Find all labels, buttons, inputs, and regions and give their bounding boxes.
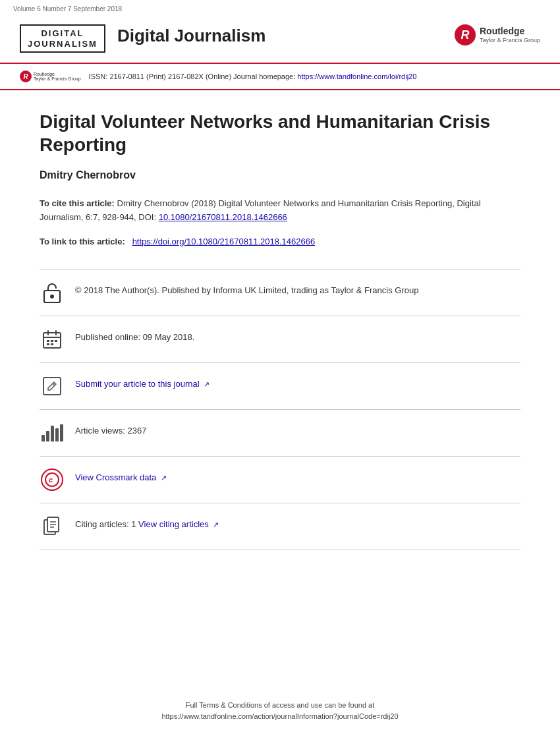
issn-info: ISSN: 2167-0811 (Print) 2167-082X (Onlin… bbox=[89, 72, 417, 80]
bar4 bbox=[55, 428, 59, 441]
cite-doi-link[interactable]: 10.1080/21670811.2018.1462666 bbox=[159, 212, 287, 222]
journal-title: Digital Journalism bbox=[117, 24, 266, 46]
crossmark-icon: c bbox=[41, 468, 63, 491]
top-meta: Volume 6 Number 7 September 2018 bbox=[0, 0, 560, 18]
cite-label: To cite this article: bbox=[40, 198, 115, 208]
routledge-name: Routledge bbox=[480, 26, 540, 37]
crossmark-link[interactable]: View Crossmark data bbox=[75, 472, 156, 482]
volume-issue-label: Volume 6 Number 7 September 2018 bbox=[13, 5, 122, 13]
issn-text-small: Routledge Taylor & Francis Group bbox=[34, 72, 81, 82]
bar1 bbox=[42, 435, 45, 441]
svg-rect-7 bbox=[51, 340, 53, 342]
issn-bar: R Routledge Taylor & Francis Group ISSN:… bbox=[0, 63, 560, 90]
open-access-text: © 2018 The Author(s). Published by Infor… bbox=[75, 280, 418, 297]
crossmark-external-icon: ↗ bbox=[161, 474, 167, 482]
published-label: Published online: 09 May 2018. bbox=[75, 332, 194, 342]
routledge-sub: Taylor & Francis Group bbox=[480, 37, 540, 44]
routledge-text: Routledge Taylor & Francis Group bbox=[480, 26, 540, 44]
pencil-icon bbox=[40, 374, 65, 399]
info-section: © 2018 The Author(s). Published by Infor… bbox=[40, 269, 520, 550]
article-author: Dmitry Chernobrov bbox=[40, 169, 520, 181]
open-access-label: © 2018 The Author(s). Published by Infor… bbox=[75, 285, 418, 295]
crossmark-icon-container: c bbox=[40, 467, 65, 492]
svg-rect-9 bbox=[47, 343, 49, 345]
header-area: DIGITAL JOURNALISM Digital Journalism R … bbox=[0, 18, 560, 59]
link-block: To link to this article: https://doi.org… bbox=[40, 235, 520, 249]
svg-point-1 bbox=[50, 295, 54, 298]
barchart-icon bbox=[40, 420, 65, 445]
bar-chart-icon bbox=[42, 424, 63, 441]
views-label: Article views: 2367 bbox=[75, 426, 146, 436]
views-row: Article views: 2367 bbox=[40, 410, 520, 457]
published-text: Published online: 09 May 2018. bbox=[75, 327, 194, 344]
logo-journalism: JOURNALISM bbox=[28, 39, 98, 49]
header-left: DIGITAL JOURNALISM Digital Journalism bbox=[20, 24, 266, 53]
svg-rect-8 bbox=[55, 340, 57, 342]
lock-icon bbox=[40, 280, 65, 305]
open-access-row: © 2018 The Author(s). Published by Infor… bbox=[40, 269, 520, 316]
bar5 bbox=[60, 424, 63, 441]
view-citing-link[interactable]: View citing articles bbox=[138, 519, 209, 529]
footer: Full Terms & Conditions of access and us… bbox=[0, 700, 560, 723]
bar2 bbox=[46, 431, 49, 441]
main-content: Digital Volunteer Networks and Humanitar… bbox=[0, 90, 560, 569]
citing-icon bbox=[40, 514, 65, 539]
journal-logo: DIGITAL JOURNALISM bbox=[20, 24, 105, 53]
routledge-logo: R Routledge Taylor & Francis Group bbox=[455, 24, 540, 45]
issn-r-icon: R bbox=[20, 71, 32, 82]
views-text: Article views: 2367 bbox=[75, 420, 146, 438]
page: Volume 6 Number 7 September 2018 DIGITAL… bbox=[0, 0, 560, 736]
svg-rect-6 bbox=[47, 340, 49, 342]
link-label: To link to this article: bbox=[40, 237, 125, 246]
citing-text[interactable]: Citing articles: 1 View citing articles … bbox=[75, 514, 219, 531]
crossmark-row: c View Crossmark data ↗ bbox=[40, 457, 520, 503]
citing-external-icon: ↗ bbox=[213, 521, 219, 528]
citing-row: Citing articles: 1 View citing articles … bbox=[40, 503, 520, 550]
bar3 bbox=[51, 426, 54, 441]
pencil-box-icon bbox=[43, 377, 61, 395]
calendar-icon bbox=[40, 327, 65, 352]
citation-block: To cite this article: Dmitry Chernobrov … bbox=[40, 197, 520, 225]
svg-line-11 bbox=[53, 383, 55, 385]
published-row: Published online: 09 May 2018. bbox=[40, 316, 520, 363]
issn-link[interactable]: https://www.tandfonline.com/loi/rdij20 bbox=[297, 72, 416, 80]
footer-line1: Full Terms & Conditions of access and us… bbox=[0, 700, 560, 712]
svg-text:c: c bbox=[49, 476, 53, 484]
submit-row: Submit your article to this journal ↗ bbox=[40, 363, 520, 410]
logo-digital: DIGITAL bbox=[41, 28, 84, 39]
submit-text[interactable]: Submit your article to this journal ↗ bbox=[75, 374, 210, 391]
external-link-icon: ↗ bbox=[204, 380, 210, 388]
svg-rect-10 bbox=[51, 343, 53, 345]
article-title: Digital Volunteer Networks and Humanitar… bbox=[40, 110, 520, 156]
routledge-r-icon: R bbox=[455, 24, 476, 45]
footer-line2: https://www.tandfonline.com/action/journ… bbox=[0, 711, 560, 723]
crossmark-text[interactable]: View Crossmark data ↗ bbox=[75, 467, 167, 484]
article-link[interactable]: https://doi.org/10.1080/21670811.2018.14… bbox=[132, 237, 316, 246]
issn-logo-small: R Routledge Taylor & Francis Group bbox=[20, 71, 81, 82]
submit-journal-link[interactable]: Submit your article to this journal bbox=[75, 379, 200, 389]
